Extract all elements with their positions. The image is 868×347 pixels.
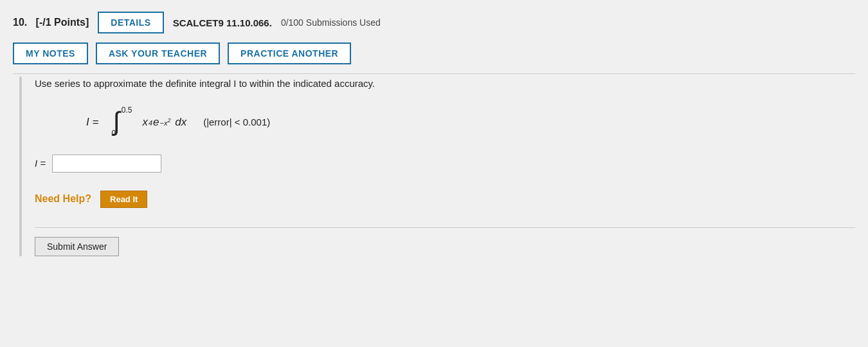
read-it-button[interactable]: Read It — [100, 191, 147, 208]
answer-label: I = — [35, 158, 46, 169]
math-display: I = ∫ 0.5 0 x4e−x2 dx (|error| < 0.001) — [86, 106, 855, 139]
header-row: 10. [-/1 Points] DETAILS SCALCET9 11.10.… — [13, 12, 855, 33]
submit-answer-button[interactable]: Submit Answer — [35, 237, 119, 256]
divider — [35, 227, 855, 228]
details-button[interactable]: DETAILS — [98, 12, 163, 33]
integrand: x4e−x2 dx — [142, 116, 186, 129]
answer-row: I = — [35, 155, 855, 173]
my-notes-button[interactable]: MY NOTES — [13, 42, 88, 64]
submit-row: Submit Answer — [35, 237, 855, 256]
problem-num-text: 10. — [13, 17, 27, 28]
page-wrapper: 10. [-/1 Points] DETAILS SCALCET9 11.10.… — [0, 0, 868, 347]
integral-sign-wrap: ∫ 0.5 0 — [110, 106, 131, 139]
problem-instruction: Use series to approximate the definite i… — [35, 77, 855, 91]
content-area: Use series to approximate the definite i… — [19, 77, 855, 256]
error-condition: (|error| < 0.001) — [203, 117, 270, 127]
need-help-label: Need Help? — [35, 193, 91, 205]
submissions-label: 0/100 Submissions Used — [281, 17, 381, 28]
answer-input[interactable] — [52, 155, 161, 173]
practice-another-button[interactable]: PRACTICE ANOTHER — [228, 42, 351, 64]
points-label: [-/1 Points] — [36, 17, 89, 28]
integral-i-label: I = — [86, 116, 98, 129]
integral-expression: I = ∫ 0.5 0 x4e−x2 dx (|error| < 0.001) — [86, 106, 270, 139]
need-help-row: Need Help? Read It — [35, 191, 855, 208]
lower-limit: 0 — [111, 129, 116, 138]
upper-limit: 0.5 — [122, 106, 132, 115]
ask-teacher-button[interactable]: ASK YOUR TEACHER — [96, 42, 220, 64]
problem-number: 10. [-/1 Points] — [13, 17, 89, 28]
action-bar: MY NOTES ASK YOUR TEACHER PRACTICE ANOTH… — [13, 42, 855, 74]
problem-ref: SCALCET9 11.10.066. — [173, 17, 272, 28]
